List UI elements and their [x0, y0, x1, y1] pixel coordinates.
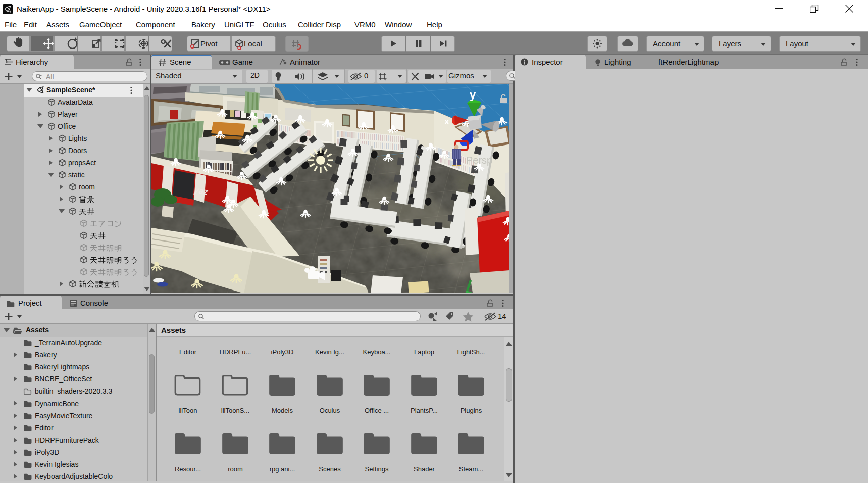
- svg-text:x: x: [444, 117, 449, 126]
- svg-text:Pivot: Pivot: [200, 39, 218, 48]
- svg-text:y: y: [470, 88, 476, 101]
- svg-text:Persp: Persp: [466, 155, 492, 166]
- svg-text:Local: Local: [244, 39, 262, 48]
